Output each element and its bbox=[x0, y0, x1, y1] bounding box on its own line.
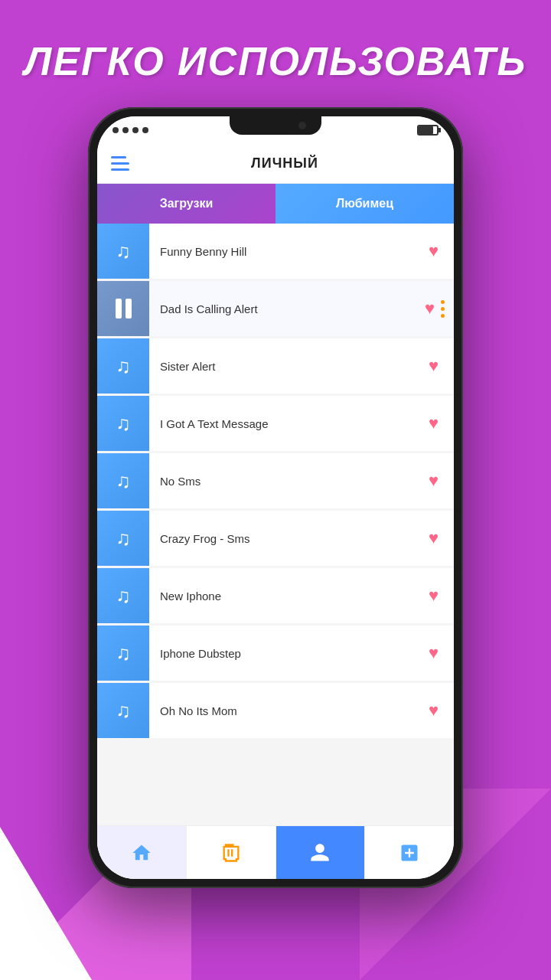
song-name-6: Crazy Frog - Sms bbox=[160, 532, 429, 545]
more-dot-2 bbox=[441, 307, 445, 311]
signal-dot-4 bbox=[142, 127, 148, 133]
nav-home-button[interactable] bbox=[97, 826, 187, 879]
favorite-button-9[interactable]: ♥ bbox=[429, 701, 439, 720]
more-dot-3 bbox=[441, 314, 445, 318]
song-name-1: Funny Benny Hill bbox=[160, 245, 429, 258]
favorite-button-1[interactable]: ♥ bbox=[429, 241, 439, 261]
song-icon-4: ♫ bbox=[97, 396, 149, 451]
pause-bar-1 bbox=[116, 299, 122, 318]
song-name-4: I Got A Text Message bbox=[160, 417, 429, 430]
song-icon-6: ♫ bbox=[97, 511, 149, 566]
bottom-nav bbox=[97, 825, 454, 879]
song-icon-9: ♫ bbox=[97, 683, 149, 738]
hamburger-line-1 bbox=[111, 156, 126, 158]
home-icon bbox=[131, 842, 152, 864]
song-item-6[interactable]: ♫ Crazy Frog - Sms ♥ bbox=[97, 511, 454, 566]
song-icon-7: ♫ bbox=[97, 568, 149, 623]
song-icon-2 bbox=[97, 281, 149, 336]
signal-dot-2 bbox=[122, 127, 129, 133]
hamburger-line-3 bbox=[111, 168, 129, 171]
signal-dot-3 bbox=[132, 127, 139, 133]
battery-fill bbox=[419, 126, 433, 134]
signal-dots bbox=[112, 127, 148, 133]
music-note-icon-4: ♫ bbox=[116, 412, 131, 436]
nav-beer-button[interactable] bbox=[187, 826, 276, 879]
headline: ЛЕГКО ИСПОЛЬЗОВАТЬ bbox=[24, 38, 527, 84]
more-dot-1 bbox=[441, 300, 445, 304]
battery-icon bbox=[417, 125, 439, 136]
favorite-button-5[interactable]: ♥ bbox=[429, 471, 439, 491]
song-icon-1: ♫ bbox=[97, 224, 149, 279]
favorite-button-6[interactable]: ♥ bbox=[429, 528, 439, 548]
song-name-9: Oh No Its Mom bbox=[160, 704, 429, 717]
hamburger-line-2 bbox=[111, 162, 129, 165]
favorite-button-2[interactable]: ♥ bbox=[425, 299, 435, 318]
song-name-5: No Sms bbox=[160, 475, 429, 488]
music-note-icon-7: ♫ bbox=[116, 584, 131, 608]
nav-person-button[interactable] bbox=[276, 826, 366, 879]
music-note-icon-6: ♫ bbox=[116, 527, 131, 550]
camera-dot bbox=[298, 122, 306, 129]
music-note-icon-9: ♫ bbox=[116, 699, 131, 723]
song-list: ♫ Funny Benny Hill ♥ Dad Is Calling Aler… bbox=[97, 224, 454, 825]
person-icon bbox=[309, 842, 331, 864]
music-note-icon: ♫ bbox=[116, 240, 131, 263]
song-item-1[interactable]: ♫ Funny Benny Hill ♥ bbox=[97, 224, 454, 279]
phone-screen: ЛИЧНЫЙ Загрузки Любимец ♫ Funny Benny Hi… bbox=[97, 116, 454, 879]
app-header: ЛИЧНЫЙ bbox=[97, 144, 454, 184]
music-note-icon-5: ♫ bbox=[116, 469, 131, 493]
pause-bar-2 bbox=[126, 299, 132, 318]
favorite-button-3[interactable]: ♥ bbox=[429, 356, 439, 376]
song-icon-3: ♫ bbox=[97, 338, 149, 394]
song-item-3[interactable]: ♫ Sister Alert ♥ bbox=[97, 338, 454, 394]
song-item-8[interactable]: ♫ Iphone Dubstep ♥ bbox=[97, 626, 454, 681]
tab-downloads[interactable]: Загрузки bbox=[97, 184, 276, 224]
song-name-8: Iphone Dubstep bbox=[160, 647, 429, 660]
app-title: ЛИЧНЫЙ bbox=[129, 155, 440, 172]
add-icon bbox=[399, 842, 420, 864]
tab-favorites[interactable]: Любимец bbox=[276, 184, 454, 224]
favorite-button-4[interactable]: ♥ bbox=[429, 413, 439, 433]
pause-icon bbox=[116, 299, 132, 318]
nav-add-button[interactable] bbox=[365, 826, 454, 879]
song-icon-5: ♫ bbox=[97, 453, 149, 508]
song-item-4[interactable]: ♫ I Got A Text Message ♥ bbox=[97, 396, 454, 451]
beer-icon bbox=[220, 842, 242, 864]
music-note-icon-3: ♫ bbox=[116, 354, 131, 378]
song-name-7: New Iphone bbox=[160, 590, 429, 603]
song-name-3: Sister Alert bbox=[160, 360, 429, 373]
phone-notch bbox=[230, 116, 321, 135]
hamburger-menu-button[interactable] bbox=[111, 156, 129, 171]
phone-frame: ЛИЧНЫЙ Загрузки Любимец ♫ Funny Benny Hi… bbox=[88, 107, 463, 888]
favorite-button-8[interactable]: ♥ bbox=[429, 643, 439, 663]
signal-dot-1 bbox=[112, 127, 119, 133]
song-item-7[interactable]: ♫ New Iphone ♥ bbox=[97, 568, 454, 623]
song-item-2[interactable]: Dad Is Calling Alert ♥ bbox=[97, 281, 454, 336]
favorite-button-7[interactable]: ♥ bbox=[429, 586, 439, 606]
more-options-button-2[interactable] bbox=[441, 300, 445, 318]
song-name-2: Dad Is Calling Alert bbox=[160, 302, 425, 315]
music-note-icon-8: ♫ bbox=[116, 642, 131, 665]
song-item-5[interactable]: ♫ No Sms ♥ bbox=[97, 453, 454, 508]
song-icon-8: ♫ bbox=[97, 626, 149, 681]
tab-bar: Загрузки Любимец bbox=[97, 184, 454, 224]
song-item-9[interactable]: ♫ Oh No Its Mom ♥ bbox=[97, 683, 454, 738]
